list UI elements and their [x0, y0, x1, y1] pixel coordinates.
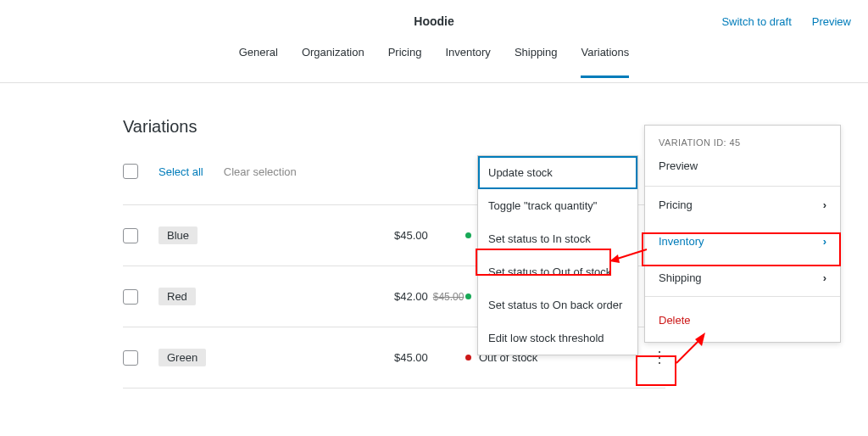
select-all-link[interactable]: Select all	[159, 165, 203, 178]
tab-organization[interactable]: Organization	[302, 46, 364, 75]
stock-status-dot-red	[465, 355, 471, 361]
panel-delete[interactable]: Delete	[645, 297, 840, 342]
select-all-checkbox[interactable]	[123, 164, 138, 179]
stock-status-dot-green	[465, 232, 471, 238]
stock-status-dot-green	[465, 293, 471, 299]
row-checkbox[interactable]	[123, 350, 138, 366]
panel-shipping[interactable]: Shipping ›	[645, 260, 840, 296]
page-title: Hoodie	[414, 14, 453, 28]
chevron-right-icon: ›	[823, 271, 826, 284]
menu-in-stock[interactable]: Set status to In stock	[478, 222, 637, 255]
menu-update-stock[interactable]: Update stock	[478, 156, 637, 189]
price-cell: $45.00	[394, 351, 428, 364]
panel-inventory[interactable]: Inventory ›	[645, 223, 840, 260]
chevron-right-icon: ›	[823, 235, 826, 248]
price-struck: $45.00	[433, 291, 465, 303]
variation-id-label: VARIATION ID: 45	[645, 126, 840, 151]
panel-inventory-label: Inventory	[659, 235, 704, 248]
tab-inventory[interactable]: Inventory	[445, 46, 490, 75]
header-actions: Switch to draft Preview	[721, 15, 851, 28]
switch-to-draft-link[interactable]: Switch to draft	[721, 15, 791, 28]
panel-preview[interactable]: Preview	[645, 151, 840, 187]
panel-pricing-label: Pricing	[659, 198, 693, 211]
row-checkbox[interactable]	[123, 289, 138, 305]
menu-back-order[interactable]: Set status to On back order	[478, 288, 637, 321]
row-checkbox[interactable]	[123, 228, 138, 243]
preview-link[interactable]: Preview	[812, 15, 851, 28]
more-actions-button[interactable]: ⋮	[650, 348, 669, 366]
variation-chip: Blue	[159, 226, 198, 244]
tab-variations[interactable]: Variations	[581, 46, 629, 78]
header-bar: Hoodie Switch to draft Preview	[0, 0, 868, 42]
tabs-row: General Organization Pricing Inventory S…	[0, 42, 868, 83]
variation-chip: Red	[159, 288, 196, 305]
panel-shipping-label: Shipping	[659, 271, 702, 284]
menu-out-stock[interactable]: Set status to Out of stock	[478, 255, 637, 288]
variation-panel: VARIATION ID: 45 Preview Pricing › Inven…	[644, 125, 841, 343]
menu-edit-threshold[interactable]: Edit low stock threshold	[478, 321, 637, 355]
chevron-right-icon: ›	[823, 198, 826, 211]
clear-selection-link[interactable]: Clear selection	[224, 165, 297, 178]
panel-pricing[interactable]: Pricing ›	[645, 187, 840, 223]
stock-actions-dropdown: Update stock Toggle "track quantity" Set…	[477, 155, 638, 355]
tab-general[interactable]: General	[239, 46, 278, 75]
tab-pricing[interactable]: Pricing	[388, 46, 422, 75]
price-cell: $42.00 $45.00	[394, 290, 464, 303]
tab-shipping[interactable]: Shipping	[515, 46, 558, 75]
price-value: $45.00	[394, 351, 428, 364]
price-cell: $45.00	[394, 229, 428, 242]
price-value: $42.00	[394, 290, 428, 303]
menu-toggle-track[interactable]: Toggle "track quantity"	[478, 189, 637, 222]
price-value: $45.00	[394, 229, 428, 242]
variation-chip: Green	[159, 349, 206, 366]
